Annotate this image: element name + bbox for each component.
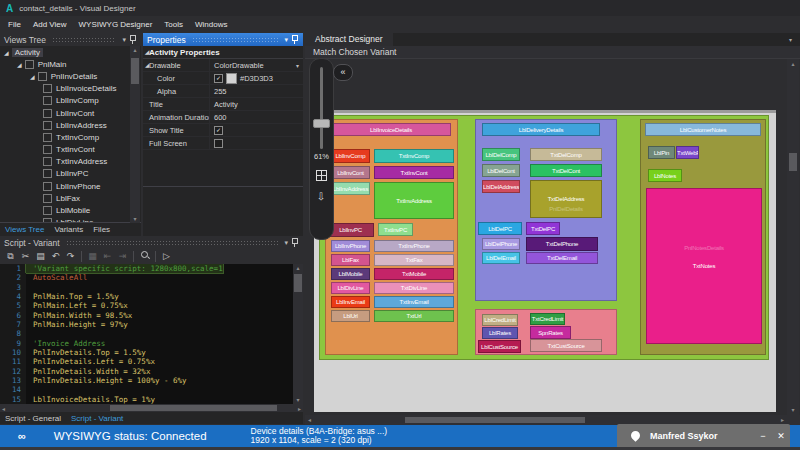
device-screen[interactable]: LblInvoiceDetailsLblInvCompTxtInvCompLbl…	[314, 110, 776, 412]
tree-item-lbl-inv-comp[interactable]: LblInvComp	[0, 95, 130, 107]
widget-lbl-customer-notes[interactable]: LblCustomerNotes	[645, 123, 761, 136]
scrollbar-thumb[interactable]	[110, 405, 277, 411]
checkbox[interactable]: ✓	[214, 126, 223, 135]
window-menu-icon[interactable]: ▾	[122, 35, 126, 45]
editor-vertical-scrollbar[interactable]: ▴ ▾	[293, 264, 303, 404]
widget-lbl-del-comp[interactable]: LblDelComp	[482, 148, 520, 161]
collapse-panel-button[interactable]: «	[333, 64, 353, 81]
menu-file[interactable]: File	[2, 18, 27, 31]
widget-txt-url[interactable]: TxtUrl	[374, 310, 454, 322]
property-row-full-screen[interactable]: Full Screen	[143, 137, 303, 150]
views-tree-scrollbar[interactable]: ▴ ▾	[130, 46, 140, 223]
tree-item-lbl-invoice-details[interactable]: LblInvoiceDetails	[0, 83, 130, 95]
copy-icon[interactable]: ⧉	[4, 250, 17, 263]
widget-txt-mobile[interactable]: TxtMobile	[374, 268, 454, 280]
widget-lbl-rates[interactable]: LblRates	[482, 327, 518, 339]
pin-icon[interactable]	[291, 238, 299, 248]
script-editor[interactable]: 1'Variant specific script: 1280x800,scal…	[0, 264, 293, 404]
widget-lbl-inv-phone[interactable]: LblInvPhone	[331, 240, 370, 252]
property-value[interactable]: ColorDrawable	[209, 59, 303, 71]
chat-close-button[interactable]: ✕	[772, 431, 790, 441]
tree-item-pnl-main[interactable]: ◢PnlMain	[0, 58, 130, 70]
chat-window[interactable]: Manfred Ssykor − ✕	[617, 424, 790, 447]
checkbox[interactable]	[43, 84, 52, 93]
scroll-up-icon[interactable]: ▴	[293, 264, 303, 272]
scroll-down-icon[interactable]: ▾	[130, 215, 140, 223]
checkbox[interactable]	[38, 72, 47, 81]
menu-windows[interactable]: Windows	[189, 18, 233, 31]
property-value[interactable]: ✓	[209, 124, 303, 136]
scroll-down-icon[interactable]: ▾	[293, 396, 303, 404]
widget-lbl-inv-email[interactable]: LblInvEmail	[331, 296, 370, 308]
scrollbar-thumb[interactable]	[405, 417, 585, 423]
tab-files[interactable]: Files	[88, 225, 115, 234]
property-value[interactable]: Activity	[209, 98, 303, 110]
property-row-color[interactable]: Color✓#D3D3D3	[143, 72, 303, 85]
tree-item-lbl-inv-phone[interactable]: LblInvPhone	[0, 180, 130, 192]
grid-icon[interactable]: ▦	[86, 250, 99, 263]
expander-icon[interactable]: ◢	[4, 49, 9, 56]
widget-txt-inv-email[interactable]: TxtInvEmail	[374, 296, 454, 308]
widget-lbl-mobile[interactable]: LblMobile	[331, 268, 370, 280]
widget-lbl-del-cont[interactable]: LblDelCont	[482, 164, 520, 177]
property-value[interactable]	[209, 137, 303, 149]
widget-txt-inv-comp[interactable]: TxtInvComp	[374, 149, 454, 163]
widget-lbl-del-email[interactable]: LblDelEmail	[482, 252, 520, 264]
widget-txt-inv-phone[interactable]: TxtInvPhone	[374, 240, 454, 252]
grid-view-button[interactable]	[313, 167, 329, 183]
widget-txt-del-email[interactable]: TxtDelEmail	[526, 252, 598, 264]
widget-lbl-div-line[interactable]: LblDivLine	[331, 282, 370, 294]
widget-txt-del-pc[interactable]: TxtDelPC	[526, 222, 560, 235]
widget-txt-inv-cont[interactable]: TxtInvCont	[374, 166, 454, 179]
redo-icon[interactable]: ↷	[64, 250, 77, 263]
color-swatch[interactable]	[226, 73, 237, 84]
checkbox[interactable]	[43, 145, 52, 154]
tab-views-tree[interactable]: Views Tree	[0, 225, 49, 234]
property-value[interactable]: 255	[209, 85, 303, 97]
widget-lbl-url[interactable]: LblUrl	[331, 310, 370, 322]
tree-item-txt-inv-cont[interactable]: TxtInvCont	[0, 144, 130, 156]
tree-item-lbl-fax[interactable]: LblFax	[0, 192, 130, 204]
run-icon[interactable]: ▷	[160, 250, 173, 263]
widget-txt-del-address[interactable]: PnlDelDetailsTxtDelAddress	[530, 180, 602, 218]
checkbox[interactable]	[43, 109, 52, 118]
menu-tools[interactable]: Tools	[158, 18, 189, 31]
tree-item-txt-inv-address[interactable]: TxtInvAddress	[0, 156, 130, 168]
widget-txt-del-cont[interactable]: TxtDelCont	[530, 164, 602, 177]
property-row-show-title[interactable]: Show Title✓	[143, 124, 303, 137]
pin-icon[interactable]	[291, 35, 299, 45]
widget-lbl-invoice-details[interactable]: LblInvoiceDetails	[331, 123, 451, 136]
checkbox[interactable]	[25, 60, 34, 69]
cut-icon[interactable]: ✂	[19, 250, 32, 263]
tree-item-lbl-mobile[interactable]: LblMobile	[0, 204, 130, 216]
widget-txt-fax[interactable]: TxtFax	[374, 254, 454, 266]
checkbox[interactable]	[43, 206, 52, 215]
window-menu-icon[interactable]: ▾	[284, 238, 288, 248]
tab-script-general[interactable]: Script - General	[0, 414, 66, 423]
expander-icon[interactable]: ◢	[145, 49, 149, 55]
tree-item-lbl-inv-address[interactable]: LblInvAddress	[0, 119, 130, 131]
paste-icon[interactable]: ▤	[34, 250, 47, 263]
window-menu-icon[interactable]: ▾	[789, 36, 792, 43]
tab-abstract-designer[interactable]: Abstract Designer	[305, 33, 393, 46]
tree-item-activity[interactable]: ◢Activity	[0, 46, 130, 58]
designer-vertical-scrollbar[interactable]: ▴ ▾	[787, 59, 799, 415]
scroll-left-icon[interactable]: ◂	[308, 415, 311, 425]
widget-lbl-del-address[interactable]: LblDelAddress	[482, 180, 520, 193]
menu-wysiwyg-designer[interactable]: WYSIWYG Designer	[73, 18, 159, 31]
find-icon[interactable]	[138, 250, 151, 263]
tree-item-lbl-inv-cont[interactable]: LblInvCont	[0, 107, 130, 119]
widget-txt-inv-address[interactable]: TxtInvAddress	[374, 182, 454, 219]
zoom-slider-track[interactable]	[320, 67, 323, 149]
checkbox[interactable]: ✓	[214, 74, 223, 83]
widget-txt-div-line[interactable]: TxtDivLine	[374, 282, 454, 294]
match-chosen-variant-bar[interactable]: Match Chosen Variant	[305, 46, 800, 59]
checkbox[interactable]	[43, 157, 52, 166]
scroll-down-icon[interactable]: ▾	[787, 406, 799, 414]
widget-lbl-cust-source[interactable]: LblCustSource	[478, 340, 521, 353]
widget-txt-cust-source[interactable]: TxtCustSource	[530, 339, 602, 352]
send-to-device-button[interactable]: ⇩	[313, 189, 329, 205]
tree-item-lbl-inv-pc[interactable]: LblInvPC	[0, 168, 130, 180]
shift-right-icon[interactable]: ⇥	[116, 250, 129, 263]
chat-minimize-button[interactable]: −	[754, 431, 772, 441]
